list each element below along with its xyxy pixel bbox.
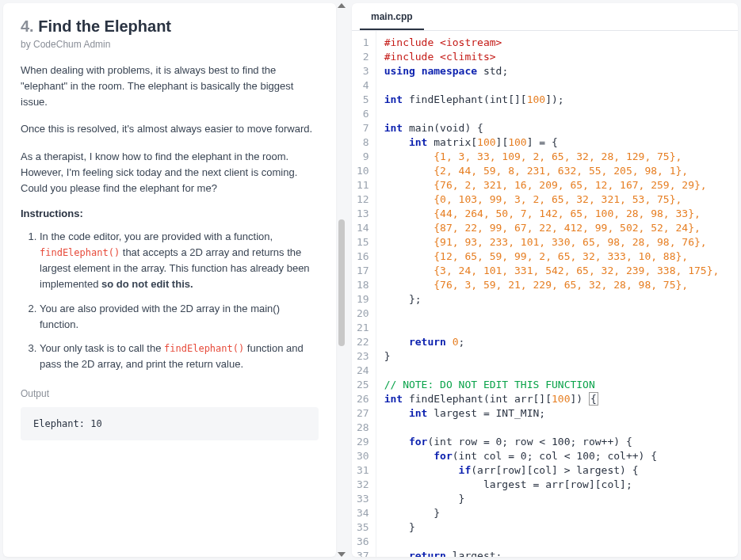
code-line: {12, 65, 59, 99, 2, 65, 32, 333, 10, 88}… xyxy=(384,250,720,264)
code-line: largest = arr[row][col]; xyxy=(384,478,720,492)
line-number: 33 xyxy=(357,492,369,506)
line-number: 9 xyxy=(357,150,369,164)
left-scrollbar[interactable] xyxy=(336,0,347,560)
problem-number: 4. xyxy=(21,17,34,35)
line-number: 28 xyxy=(357,421,369,435)
desc-paragraph: Once this is resolved, it's almost alway… xyxy=(21,121,319,137)
code-line: // NOTE: DO NOT EDIT THIS FUNCTION xyxy=(384,378,720,392)
line-number: 32 xyxy=(357,478,369,492)
line-number: 1 xyxy=(357,36,369,50)
code-line: return 0; xyxy=(384,335,720,349)
line-gutter: 1234567891011121314151617181920212223242… xyxy=(352,31,376,557)
code-line xyxy=(384,535,720,549)
scroll-down-icon[interactable] xyxy=(338,552,346,557)
code-line: {0, 103, 99, 3, 2, 65, 32, 321, 53, 75}, xyxy=(384,192,720,207)
code-line xyxy=(384,78,720,93)
line-number: 11 xyxy=(357,178,369,192)
code-line xyxy=(384,321,720,335)
tab-main-cpp[interactable]: main.cpp xyxy=(360,3,424,30)
instruction-item: In the code editor, you are provided wit… xyxy=(40,229,319,293)
code-line: }; xyxy=(384,292,720,307)
code-line: } xyxy=(384,520,720,535)
code-line: int largest = INT_MIN; xyxy=(384,406,720,421)
line-number: 19 xyxy=(357,292,369,307)
line-number: 35 xyxy=(357,520,369,535)
line-number: 25 xyxy=(357,378,369,392)
code-line: {76, 2, 321, 16, 209, 65, 12, 167, 259, … xyxy=(384,178,720,192)
line-number: 10 xyxy=(357,164,369,178)
code-line: } xyxy=(384,349,720,364)
line-number: 6 xyxy=(357,107,369,121)
code-line: return largest; xyxy=(384,549,720,557)
output-sample: Elephant: 10 xyxy=(21,407,319,440)
line-number: 37 xyxy=(357,549,369,557)
code-line: int matrix[100][100] = { xyxy=(384,135,720,150)
code-line xyxy=(384,421,720,435)
code-line: {91, 93, 233, 101, 330, 65, 98, 28, 98, … xyxy=(384,235,720,250)
code-line: if(arr[row][col] > largest) { xyxy=(384,463,720,478)
problem-panel: 4. Find the Elephant by CodeChum Admin W… xyxy=(3,3,336,557)
line-number: 29 xyxy=(357,435,369,449)
line-number: 12 xyxy=(357,192,369,207)
code-line xyxy=(384,107,720,121)
code-line: for(int row = 0; row < 100; row++) { xyxy=(384,435,720,449)
line-number: 18 xyxy=(357,278,369,292)
code-line: } xyxy=(384,492,720,506)
problem-title: 4. Find the Elephant xyxy=(21,17,319,36)
code-line: {87, 22, 99, 67, 22, 412, 99, 502, 52, 2… xyxy=(384,221,720,235)
scroll-up-icon[interactable] xyxy=(338,3,346,8)
problem-title-text: Find the Elephant xyxy=(38,17,171,35)
code-line: int findElephant(int[][100]); xyxy=(384,93,720,107)
problem-author: by CodeChum Admin xyxy=(21,39,319,50)
line-number: 14 xyxy=(357,221,369,235)
line-number: 4 xyxy=(357,78,369,93)
line-number: 31 xyxy=(357,463,369,478)
code-line: #include <climits> xyxy=(384,50,720,64)
code-area[interactable]: #include <iostream> #include <climits> u… xyxy=(376,31,728,557)
code-editor[interactable]: 1234567891011121314151617181920212223242… xyxy=(352,31,738,557)
problem-description: When dealing with problems, it is always… xyxy=(21,63,319,196)
line-number: 17 xyxy=(357,264,369,278)
line-number: 34 xyxy=(357,506,369,520)
line-number: 16 xyxy=(357,250,369,264)
editor-tab-bar: main.cpp xyxy=(352,3,738,31)
line-number: 3 xyxy=(357,64,369,78)
scroll-thumb[interactable] xyxy=(338,219,345,346)
line-number: 23 xyxy=(357,349,369,364)
line-number: 5 xyxy=(357,93,369,107)
code-line: {76, 3, 59, 21, 229, 65, 32, 28, 98, 75}… xyxy=(384,278,720,292)
code-line: int findElephant(int arr[][100]) { xyxy=(384,392,720,406)
code-line: {3, 24, 101, 331, 542, 65, 32, 239, 338,… xyxy=(384,264,720,278)
code-editor-panel: main.cpp 1234567891011121314151617181920… xyxy=(352,3,738,557)
line-number: 7 xyxy=(357,121,369,135)
line-number: 20 xyxy=(357,307,369,321)
line-number: 8 xyxy=(357,135,369,150)
line-number: 22 xyxy=(357,335,369,349)
line-number: 13 xyxy=(357,207,369,221)
line-number: 36 xyxy=(357,535,369,549)
line-number: 2 xyxy=(357,50,369,64)
desc-paragraph: When dealing with problems, it is always… xyxy=(21,63,319,110)
code-line: for(int col = 0; col < 100; col++) { xyxy=(384,449,720,463)
instructions-list: In the code editor, you are provided wit… xyxy=(21,229,319,372)
instruction-item: You are also provided with the 2D array … xyxy=(40,301,319,333)
line-number: 21 xyxy=(357,321,369,335)
code-line: #include <iostream> xyxy=(384,36,720,50)
line-number: 26 xyxy=(357,392,369,406)
code-line: {44, 264, 50, 7, 142, 65, 100, 28, 98, 3… xyxy=(384,207,720,221)
code-line: {1, 3, 33, 109, 2, 65, 32, 28, 129, 75}, xyxy=(384,150,720,164)
instruction-item: Your only task is to call the findElepha… xyxy=(40,341,319,372)
line-number: 30 xyxy=(357,449,369,463)
output-heading: Output xyxy=(21,388,319,399)
line-number: 27 xyxy=(357,406,369,421)
code-line xyxy=(384,307,720,321)
code-line: using namespace std; xyxy=(384,64,720,78)
desc-paragraph: As a therapist, I know how to find the e… xyxy=(21,149,319,196)
code-line: {2, 44, 59, 8, 231, 632, 55, 205, 98, 1}… xyxy=(384,164,720,178)
code-line xyxy=(384,364,720,378)
code-line: int main(void) { xyxy=(384,121,720,135)
line-number: 15 xyxy=(357,235,369,250)
line-number: 24 xyxy=(357,364,369,378)
code-line: } xyxy=(384,506,720,520)
instructions-heading: Instructions: xyxy=(21,208,319,219)
